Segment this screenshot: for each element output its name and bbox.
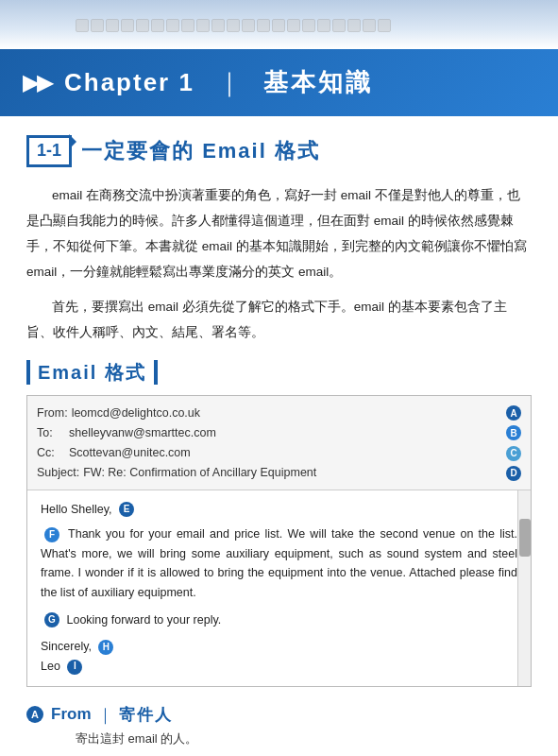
scrollbar-thumb[interactable] [519, 519, 531, 557]
def-content-a: From ｜ 寄件人 寄出這封 email 的人。 [51, 704, 532, 749]
to-label: To: [37, 423, 65, 443]
badge-b: B [506, 425, 521, 440]
definitions-section: A From ｜ 寄件人 寄出這封 email 的人。 B To ｜ 收件人 收… [26, 704, 532, 756]
body-paragraph-2: 首先，要撰寫出 email 必須先從了解它的格式下手。email 的基本要素包含… [26, 294, 532, 345]
body-paragraph-1: email 在商務交流中扮演著重要的角色，寫好一封 email 不僅是對他人的尊… [26, 182, 532, 284]
cc-value: Scottevan@unitec.com [69, 443, 499, 463]
chapter-header: ▶▶ Chapter 1 ｜ 基本知識 [0, 49, 558, 116]
heading-bar-right [154, 360, 158, 385]
chapter-divider: ｜ [217, 66, 241, 99]
subject-value: FW: Re: Confirmation of Ancillary Equipm… [83, 463, 499, 483]
email-to-row: To: shelleyvanw@smarttec.com B [37, 423, 521, 443]
chapter-arrows-icon: ▶▶ [23, 71, 51, 95]
def-desc-from: 寄出這封 email 的人。 [51, 728, 532, 749]
email-forward-line: G Looking forward to your reply. [41, 610, 517, 630]
signature-name: Leo [41, 660, 60, 673]
def-divider-a: ｜ [97, 704, 113, 726]
section-header: 1-1 一定要會的 Email 格式 [26, 135, 532, 167]
email-body-paragraph: F Thank you for your email and price lis… [41, 524, 517, 603]
email-signature: Leo I [41, 657, 517, 677]
section-title: 一定要會的 Email 格式 [81, 137, 320, 165]
def-english-from: From [51, 705, 92, 724]
email-format-heading: Email 格式 [26, 360, 532, 386]
body-text-f: Thank you for your email and price list.… [41, 527, 517, 599]
heading-bar-left [26, 360, 30, 385]
section-badge: 1-1 [26, 135, 72, 167]
badge-c: C [506, 446, 521, 461]
email-headers-section: From: leomcd@delightco.co.uk A To: shell… [27, 396, 531, 490]
heading-text: Email 格式 [38, 360, 146, 386]
def-chinese-from: 寄件人 [119, 704, 173, 726]
email-closing: Sincerely, H Leo I [41, 637, 517, 676]
closing-line: Sincerely, H [41, 637, 517, 657]
email-body-section: Hello Shelley, E F Thank you for your em… [27, 490, 531, 686]
chapter-subtitle: 基本知識 [263, 66, 373, 99]
cc-label: Cc: [37, 443, 65, 463]
badge-h: H [98, 640, 113, 655]
from-label: From: [37, 404, 68, 423]
greeting-text: Hello Shelley, [41, 503, 112, 516]
main-content: 1-1 一定要會的 Email 格式 email 在商務交流中扮演著重要的角色，… [0, 116, 558, 756]
email-cc-row: Cc: Scottevan@unitec.com C [37, 443, 521, 463]
closing-text: Sincerely, [41, 640, 92, 653]
email-greeting: Hello Shelley, E [41, 500, 517, 520]
def-title-row-a: From ｜ 寄件人 [51, 704, 532, 726]
badge-i: I [67, 660, 82, 675]
chapter-title: Chapter 1 [64, 68, 194, 97]
email-box: From: leomcd@delightco.co.uk A To: shell… [26, 395, 532, 687]
badge-f: F [44, 527, 59, 542]
badge-g: G [44, 612, 59, 627]
scrollbar[interactable] [517, 490, 531, 686]
body-text-g: Looking forward to your reply. [66, 613, 221, 627]
badge-d: D [506, 466, 521, 481]
email-subject-row: Subject: FW: Re: Confirmation of Ancilla… [37, 463, 521, 483]
from-value: leomcd@delightco.co.uk [72, 404, 499, 423]
badge-a: A [506, 405, 521, 421]
email-from-row: From: leomcd@delightco.co.uk A [37, 404, 521, 423]
badge-e: E [119, 502, 134, 517]
def-badge-a: A [26, 706, 43, 723]
subject-label: Subject: [37, 463, 79, 483]
definition-from: A From ｜ 寄件人 寄出這封 email 的人。 [26, 704, 532, 749]
to-value: shelleyvanw@smarttec.com [69, 423, 499, 443]
decorative-header [0, 0, 558, 49]
